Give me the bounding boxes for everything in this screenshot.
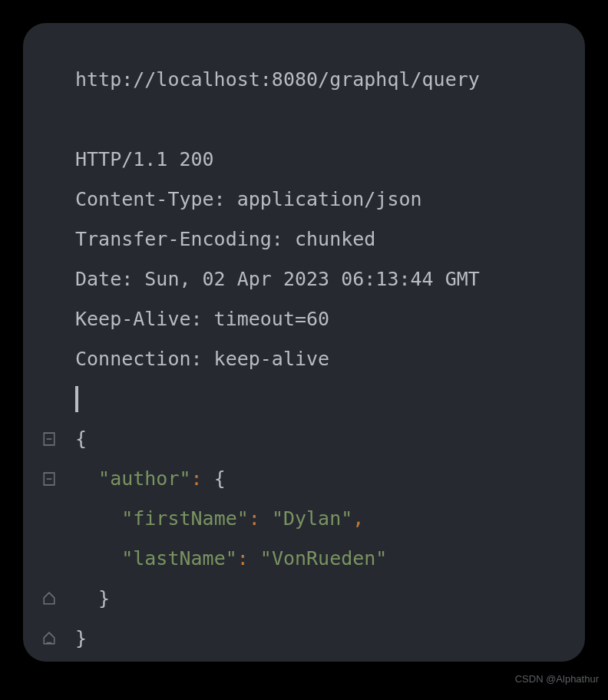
json-firstname: "firstName": "Dylan", bbox=[75, 499, 585, 539]
text-cursor bbox=[75, 386, 78, 412]
gutter[interactable] bbox=[23, 432, 75, 446]
gutter[interactable] bbox=[23, 472, 75, 486]
fold-region-end-icon[interactable] bbox=[42, 592, 56, 606]
fold-region-end-icon[interactable] bbox=[42, 632, 56, 646]
json-line: { bbox=[23, 419, 585, 459]
header-line: Transfer-Encoding: chunked bbox=[23, 220, 585, 259]
response-url: http://localhost:8080/graphql/query bbox=[75, 60, 585, 100]
header-line: Connection: keep-alive bbox=[23, 339, 585, 379]
http-status-line: HTTP/1.1 200 bbox=[23, 140, 585, 180]
header-line: Content-Type: application/json bbox=[23, 180, 585, 220]
json-line: } bbox=[23, 579, 585, 619]
header-transfer-encoding: Transfer-Encoding: chunked bbox=[75, 220, 585, 259]
header-line: Keep-Alive: timeout=60 bbox=[23, 299, 585, 339]
blank-line bbox=[23, 100, 585, 140]
json-lastname: "lastName": "VonRueden" bbox=[75, 539, 585, 579]
json-open: { bbox=[75, 419, 585, 459]
json-line: "lastName": "VonRueden" bbox=[23, 539, 585, 579]
header-date: Date: Sun, 02 Apr 2023 06:13:44 GMT bbox=[75, 259, 585, 299]
gutter[interactable] bbox=[23, 632, 75, 646]
header-line: Date: Sun, 02 Apr 2023 06:13:44 GMT bbox=[23, 259, 585, 299]
http-status: HTTP/1.1 200 bbox=[75, 140, 585, 180]
code-editor[interactable]: http://localhost:8080/graphql/query HTTP… bbox=[23, 23, 585, 662]
json-line: "firstName": "Dylan", bbox=[23, 499, 585, 539]
header-keep-alive: Keep-Alive: timeout=60 bbox=[75, 299, 585, 339]
footer-line: Response file saved. bbox=[23, 659, 585, 662]
gutter[interactable] bbox=[23, 592, 75, 606]
fold-collapse-icon[interactable] bbox=[42, 432, 56, 446]
json-close-inner: } bbox=[75, 579, 585, 619]
json-line: } bbox=[23, 619, 585, 659]
watermark: CSDN @Alphathur bbox=[515, 673, 599, 685]
json-close: } bbox=[75, 619, 585, 659]
blank bbox=[75, 100, 585, 140]
cursor-line bbox=[23, 379, 585, 419]
json-author-key: "author": { bbox=[75, 459, 585, 499]
header-content-type: Content-Type: application/json bbox=[75, 180, 585, 220]
json-line: "author": { bbox=[23, 459, 585, 499]
cursor-pos bbox=[75, 379, 585, 419]
response-url-line: http://localhost:8080/graphql/query bbox=[23, 60, 585, 100]
header-connection: Connection: keep-alive bbox=[75, 339, 585, 379]
fold-collapse-icon[interactable] bbox=[42, 472, 56, 486]
response-saved-message: Response file saved. bbox=[75, 659, 585, 662]
